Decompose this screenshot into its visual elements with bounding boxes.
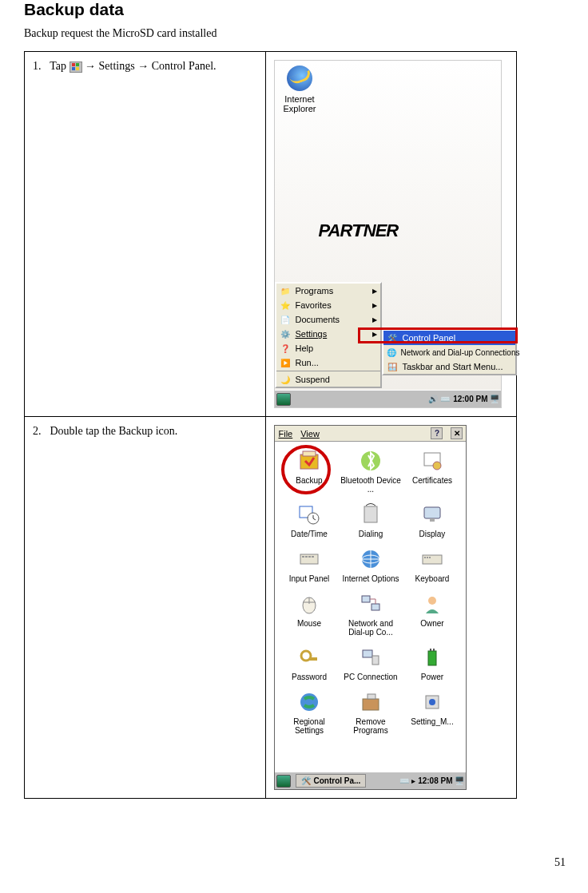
show-desktop-icon[interactable]: 🖥️ — [490, 395, 499, 403]
svg-rect-11 — [364, 506, 377, 522]
submenu-taskbar[interactable]: 🪟 Taskbar and Start Menu... — [383, 359, 515, 374]
cp-pc-connection[interactable]: PC Connection — [340, 645, 401, 681]
svg-rect-2 — [72, 67, 75, 70]
svg-rect-31 — [363, 650, 372, 657]
cp-mouse[interactable]: Mouse — [278, 591, 340, 637]
help-button[interactable]: ? — [431, 427, 443, 439]
page-subtitle: Backup request the MicroSD card installe… — [24, 27, 564, 40]
svg-rect-22 — [424, 557, 426, 558]
cp-label: Owner — [420, 619, 443, 628]
tray-arrow-icon[interactable]: ▸ — [411, 776, 415, 785]
power-icon — [419, 645, 445, 670]
taskbar-icon: 🪟 — [387, 361, 398, 372]
remove-programs-icon — [358, 689, 383, 715]
menu-programs[interactable]: 📁 Programs ▶ — [276, 284, 380, 298]
menu-settings[interactable]: ⚙️ Settings ▶ — [276, 327, 380, 341]
step-text: Double tap the Backup icon. — [50, 425, 178, 437]
step-number: 2. — [33, 425, 47, 438]
menu-favorites[interactable]: ⭐ Favorites ▶ — [276, 298, 380, 312]
svg-rect-13 — [430, 518, 435, 522]
svg-rect-21 — [423, 555, 442, 564]
cp-owner[interactable]: Owner — [401, 591, 463, 637]
star-icon: ⭐ — [280, 300, 291, 311]
menu-documents[interactable]: 📄 Documents ▶ — [276, 312, 380, 327]
folder-icon: 📁 — [280, 285, 291, 296]
document-icon: 📄 — [280, 314, 291, 325]
cp-label: Bluetooth Device ... — [340, 476, 401, 494]
ie-label: Internet Explorer — [283, 94, 316, 113]
submenu-arrow-icon: ▶ — [372, 302, 377, 309]
taskbar-control-panel[interactable]: 🛠️ Control Pa... — [296, 774, 366, 788]
gear-icon: ⚙️ — [280, 328, 291, 339]
run-icon: ▶️ — [280, 357, 291, 368]
clock: 12:08 PM — [418, 776, 452, 785]
tray-icon: 🔊 — [428, 395, 438, 403]
cp-input-panel[interactable]: Input Panel — [278, 546, 340, 583]
svg-rect-34 — [430, 649, 431, 651]
start-button[interactable] — [276, 393, 291, 406]
cp-display[interactable]: Display — [401, 502, 463, 538]
submenu-arrow-icon: ▶ — [372, 316, 377, 323]
input-panel-icon — [296, 546, 322, 572]
menu-suspend[interactable]: 🌙 Suspend — [276, 372, 380, 387]
cp-label: Keyboard — [415, 574, 450, 583]
cp-datetime[interactable]: Date/Time — [278, 502, 340, 538]
cp-power[interactable]: Power — [401, 645, 463, 681]
cp-password[interactable]: Password — [278, 645, 340, 681]
submenu-arrow-icon: ▶ — [372, 331, 377, 338]
submenu-control-panel[interactable]: 🛠️ Control Panel — [383, 331, 515, 345]
cp-keyboard[interactable]: Keyboard — [401, 546, 463, 583]
regional-icon — [296, 689, 322, 715]
cp-label: Certificates — [412, 476, 452, 485]
menubar: File View ? ✕ — [275, 426, 466, 442]
submenu-network[interactable]: 🌐 Network and Dial-up Connections — [383, 345, 515, 359]
menu-view[interactable]: View — [300, 429, 320, 439]
svg-rect-18 — [312, 556, 314, 558]
svg-rect-32 — [372, 656, 379, 665]
screenshot-control-panel: File View ? ✕ Backup Bluetooth Device ..… — [274, 425, 467, 790]
cp-internet-options[interactable]: Internet Options — [340, 546, 401, 583]
svg-point-40 — [429, 699, 435, 705]
svg-rect-38 — [368, 694, 375, 699]
menu-help[interactable]: ❓ Help — [276, 341, 380, 355]
menu-run[interactable]: ▶️ Run... — [276, 355, 380, 370]
start-button[interactable] — [276, 775, 291, 788]
svg-rect-14 — [300, 554, 318, 564]
svg-rect-15 — [302, 556, 304, 558]
svg-rect-4 — [300, 454, 318, 469]
taskbar[interactable]: 🛠️ Control Pa... ⌨️ ▸ 12:08 PM 🖥️ — [275, 772, 466, 789]
svg-rect-27 — [371, 604, 379, 610]
svg-rect-5 — [303, 451, 316, 456]
cp-setting-m[interactable]: Setting_M... — [401, 689, 463, 735]
taskbar[interactable]: 🔊 ⌨️ 12:00 PM 🖥️ — [275, 390, 501, 407]
cp-label: Remove Programs — [340, 717, 401, 735]
close-button[interactable]: ✕ — [451, 427, 463, 439]
cp-label: Display — [419, 530, 446, 538]
cp-label: Setting_M... — [411, 717, 453, 726]
step-1: 1. Tap → Settings → Control Panel. — [33, 60, 257, 73]
screenshot-start-menu: Internet Explorer PARTNER 📁 Programs ▶ ⭐… — [274, 60, 502, 408]
control-panel-icon: 🛠️ — [301, 776, 311, 785]
menu-file[interactable]: File — [278, 429, 292, 439]
control-panel-icon: 🛠️ — [387, 332, 398, 343]
internet-explorer-shortcut[interactable]: Internet Explorer — [283, 65, 316, 113]
step-prefix: Tap — [50, 60, 69, 72]
start-menu: 📁 Programs ▶ ⭐ Favorites ▶ 📄 Documents ▶ — [275, 282, 382, 388]
menu-divider — [276, 371, 380, 371]
pc-connection-icon — [358, 645, 383, 670]
menu-label: Settings — [295, 329, 327, 339]
start-button-icon — [70, 62, 82, 73]
cp-remove-programs[interactable]: Remove Programs — [340, 689, 401, 735]
partner-logo: PARTNER — [318, 220, 398, 241]
cp-certificates[interactable]: Certificates — [401, 448, 463, 494]
mouse-icon — [296, 591, 322, 617]
cp-bluetooth[interactable]: Bluetooth Device ... — [340, 448, 401, 494]
network-icon — [358, 591, 383, 617]
cp-dialing[interactable]: Dialing — [340, 502, 401, 538]
cp-regional[interactable]: Regional Settings — [278, 689, 340, 735]
cp-backup[interactable]: Backup — [278, 448, 340, 494]
cp-network[interactable]: Network and Dial-up Co... — [340, 591, 401, 637]
svg-rect-33 — [428, 651, 436, 665]
show-desktop-icon[interactable]: 🖥️ — [455, 776, 464, 785]
menu-label: Programs — [295, 286, 333, 296]
